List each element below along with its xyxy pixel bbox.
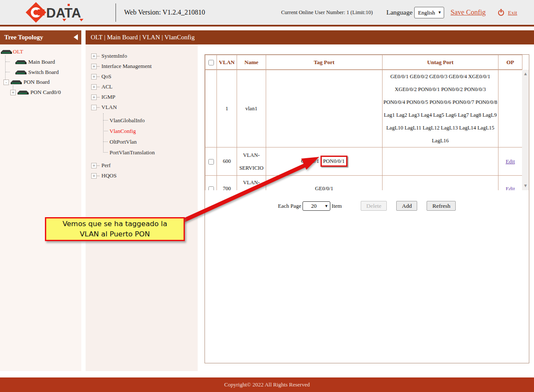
tree-connector-line	[5, 56, 6, 82]
expander-minus-icon[interactable]: -	[91, 105, 97, 110]
op-cell: Edit	[498, 176, 522, 191]
menu-item-vlanglobalinfo[interactable]: VlanGlobalInfo	[103, 115, 198, 126]
tree-item-label: PON Board	[24, 79, 50, 85]
annotation-note-line2: VLAN al Puerto PON	[46, 229, 184, 239]
menu-dash	[97, 87, 100, 87]
vlan-name-cell: VLAN-SERVICIO	[237, 147, 266, 176]
item-label: Item	[332, 203, 342, 209]
save-config-link[interactable]: Save Config	[451, 0, 486, 25]
tree-connector-dash	[6, 62, 10, 62]
vlan-name-cell: VLAN-GESTION	[237, 176, 266, 191]
expander-plus-icon[interactable]: +	[91, 163, 97, 168]
vlan-submenu: VlanGlobalInfo VlanConfig OltPortVlan Po…	[103, 115, 198, 158]
edit-link[interactable]: Edit	[506, 158, 515, 165]
delete-button[interactable]: Delete	[361, 201, 387, 211]
col-header-op: OP	[498, 55, 522, 70]
tree-item-pon-board[interactable]: - PON Board	[3, 79, 50, 85]
device-icon	[18, 90, 29, 95]
scroll-up-icon[interactable]	[522, 71, 529, 77]
pon-port-highlight-box: PON0/0/1	[320, 156, 347, 167]
table-scrollbar[interactable]	[522, 70, 529, 190]
menu-item-oltportvlan[interactable]: OltPortVlan	[103, 136, 198, 147]
menu-item-qos[interactable]: + QoS	[86, 71, 198, 82]
tree-item-label: Switch Board	[28, 69, 59, 76]
function-menu-panel: + SystemInfo + Interface Management + Qo…	[86, 44, 198, 371]
menu-item-systeminfo[interactable]: + SystemInfo	[86, 51, 198, 61]
col-header-untag-port: Untag Port	[383, 55, 498, 70]
expander-plus-icon[interactable]: +	[91, 74, 97, 80]
tag-port-text: GE0/0/1	[301, 158, 320, 164]
header-accent-line	[0, 25, 534, 27]
web-version-text: Web Version: V1.2.4_210810	[124, 0, 205, 25]
expander-plus-icon[interactable]: +	[91, 84, 97, 90]
language-select[interactable]: English	[414, 7, 444, 18]
vlan-table-header: VLAN Name Tag Port Untag Port OP	[205, 55, 522, 70]
page-size-select[interactable]: 20	[303, 201, 330, 211]
cdata-logo: DATA	[25, 1, 87, 25]
menu-dash	[97, 107, 100, 108]
expander-plus-icon[interactable]: +	[91, 173, 97, 179]
menu-item-acl[interactable]: + ACL	[86, 82, 198, 92]
refresh-button[interactable]: Refresh	[427, 201, 456, 211]
expander-plus-icon[interactable]: +	[91, 53, 97, 59]
menu-item-perf[interactable]: + Perf	[86, 160, 198, 171]
row-select-cell	[205, 70, 217, 147]
menu-dash	[97, 66, 100, 67]
menu-item-portvlantranslation[interactable]: PortVlanTranslation	[103, 147, 198, 158]
tree-item-pon-card[interactable]: + PON Card0/0	[10, 89, 61, 96]
tree-expander-icon[interactable]: -	[3, 80, 9, 85]
tree-topology-panel: OLT Main Board Switch Board - PON Board …	[0, 44, 81, 371]
select-all-checkbox[interactable]	[208, 60, 214, 65]
menu-dash	[97, 165, 100, 166]
exit-link[interactable]: Exit	[508, 0, 517, 25]
tag-port-cell: GE0/0/1	[266, 176, 383, 191]
table-controls: Each Page 20 Item Delete Add Refresh	[205, 201, 529, 211]
expander-plus-icon[interactable]: +	[91, 64, 97, 69]
tree-expander-icon[interactable]: +	[10, 90, 16, 95]
op-cell: Edit	[498, 147, 522, 176]
tree-item-olt[interactable]: OLT	[1, 48, 23, 55]
menu-dash	[97, 176, 100, 176]
edit-link[interactable]: Edit	[506, 186, 515, 191]
vlan-table-body: 1 vlan1 GE0/0/1 GE0/0/2 GE0/0/3 GE0/0/4 …	[205, 70, 529, 190]
device-icon	[1, 49, 12, 55]
tree-topology-bar: Tree Topology	[0, 30, 81, 44]
table-row-vlan700: 700 VLAN-GESTION GE0/0/1 Edit	[205, 176, 522, 191]
expander-plus-icon[interactable]: +	[91, 94, 97, 100]
add-button[interactable]: Add	[396, 201, 417, 211]
tree-item-label: PON Card0/0	[30, 89, 61, 96]
footer-bar: Copyright© 2022 All Rights Reserved	[0, 377, 534, 392]
menu-item-vlanconfig[interactable]: VlanConfig	[103, 126, 198, 136]
annotation-note: Vemos que se ha taggeado la VLAN al Puer…	[45, 217, 185, 241]
menu-item-hqos[interactable]: + HQOS	[86, 171, 198, 181]
copyright-text: Copyright© 2022 All Rights Reserved	[0, 377, 534, 392]
tree-item-switch-board[interactable]: Switch Board	[15, 69, 59, 76]
power-icon[interactable]	[498, 10, 504, 16]
menu-item-interface-management[interactable]: + Interface Management	[86, 61, 198, 71]
menu-dash	[97, 56, 100, 56]
top-header: DATA Web Version: V1.2.4_210810 Current …	[0, 0, 534, 25]
vlan-id-cell: 700	[217, 176, 237, 191]
tree-item-main-board[interactable]: Main Board	[15, 59, 55, 65]
online-users-text: Current Online User Number: 1 (Limit:10)	[281, 0, 373, 25]
vlan-id-cell: 600	[217, 147, 237, 176]
vlan-id-cell: 1	[217, 70, 237, 147]
collapse-panel-icon[interactable]	[74, 34, 78, 40]
tree-connector-dash	[6, 72, 10, 72]
scroll-down-icon[interactable]	[522, 183, 529, 189]
row-select-checkbox[interactable]	[208, 159, 214, 165]
menu-item-igmp[interactable]: + IGMP	[86, 92, 198, 102]
tree-item-label: OLT	[13, 48, 23, 55]
menu-item-vlan[interactable]: - VLAN	[86, 102, 198, 112]
annotation-note-line1: Vemos que se ha taggeado la	[46, 219, 184, 229]
header-divider	[116, 3, 116, 22]
tree-topology-title: Tree Topology	[4, 30, 43, 44]
device-icon	[15, 59, 27, 65]
untag-port-cell: GE0/0/1 GE0/0/2 GE0/0/3 GE0/0/4 XGE0/0/1…	[383, 70, 498, 147]
device-icon	[11, 80, 22, 85]
row-select-checkbox[interactable]	[208, 186, 214, 190]
op-cell	[498, 70, 522, 147]
device-icon	[15, 70, 27, 75]
select-all-cell	[205, 55, 217, 70]
table-row-vlan600: 600 VLAN-SERVICIO GE0/0/1 PON0/0/1 Edit	[205, 147, 522, 176]
